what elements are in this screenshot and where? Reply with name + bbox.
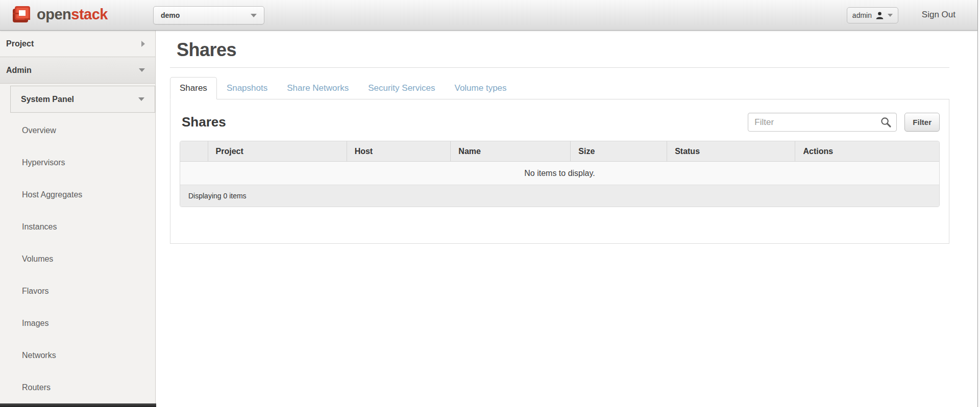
tab-shares[interactable]: Shares xyxy=(170,77,217,99)
sidebar-item-instances[interactable]: Instances xyxy=(0,211,155,243)
column-actions[interactable]: Actions xyxy=(795,141,939,162)
sidebar-item-images[interactable]: Images xyxy=(0,307,155,339)
sidebar-item-overview[interactable]: Overview xyxy=(0,114,155,146)
column-status[interactable]: Status xyxy=(667,141,795,162)
scrollbar-track[interactable] xyxy=(977,0,980,407)
chevron-down-icon xyxy=(138,97,144,101)
sidebar-item-flavors[interactable]: Flavors xyxy=(0,275,155,307)
shares-table-wrapper: Project Host Name Size Status Actions No… xyxy=(180,141,940,207)
table-footer-text: Displaying 0 items xyxy=(180,185,939,207)
filter-button[interactable]: Filter xyxy=(904,113,940,132)
sidebar: Project Admin System Panel Overview Hype… xyxy=(0,31,156,407)
column-name[interactable]: Name xyxy=(450,141,570,162)
system-panel-label: System Panel xyxy=(21,95,138,104)
title-divider xyxy=(170,67,949,68)
tab-snapshots[interactable]: Snapshots xyxy=(217,77,277,99)
shares-panel: Shares Filter xyxy=(170,99,949,244)
user-menu-button[interactable]: admin xyxy=(847,7,898,23)
bottom-edge-strip xyxy=(0,403,156,407)
sidebar-section-label: Project xyxy=(6,39,141,48)
empty-row: No items to display. xyxy=(180,162,939,185)
chevron-down-icon xyxy=(251,14,257,17)
openstack-cube-icon xyxy=(11,4,32,24)
column-size[interactable]: Size xyxy=(570,141,667,162)
shares-table: Project Host Name Size Status Actions No… xyxy=(180,141,939,207)
column-project[interactable]: Project xyxy=(208,141,347,162)
sidebar-item-hypervisors[interactable]: Hypervisors xyxy=(0,146,155,179)
sidebar-item-host-aggregates[interactable]: Host Aggregates xyxy=(0,179,155,211)
page-title: Shares xyxy=(177,39,949,61)
user-icon xyxy=(875,11,884,20)
sidebar-section-project[interactable]: Project xyxy=(0,31,155,57)
filter-input[interactable] xyxy=(748,113,897,132)
openstack-logo[interactable]: openstack xyxy=(11,4,108,24)
tab-bar: Shares Snapshots Share Networks Security… xyxy=(170,77,949,99)
sidebar-nav: Overview Hypervisors Host Aggregates Ins… xyxy=(0,114,155,403)
brand-text: openstack xyxy=(37,4,108,24)
tab-volume-types[interactable]: Volume types xyxy=(445,77,516,99)
sign-out-link[interactable]: Sign Out xyxy=(922,10,955,20)
table-footer-row: Displaying 0 items xyxy=(180,185,939,207)
search-icon xyxy=(880,116,892,128)
sidebar-section-label: Admin xyxy=(6,66,139,75)
tab-share-networks[interactable]: Share Networks xyxy=(277,77,358,99)
column-select-all xyxy=(180,141,208,162)
chevron-down-icon xyxy=(139,68,145,72)
panel-title: Shares xyxy=(182,114,226,130)
table-header-row: Project Host Name Size Status Actions xyxy=(180,141,939,162)
top-bar: openstack demo admin Sign Out xyxy=(0,0,980,31)
filter-area: Filter xyxy=(748,113,940,132)
chevron-down-icon xyxy=(888,14,893,17)
tab-security-services[interactable]: Security Services xyxy=(358,77,445,99)
project-switcher-value: demo xyxy=(161,11,251,19)
sidebar-section-admin[interactable]: Admin xyxy=(0,57,155,84)
filter-input-wrapper xyxy=(748,113,897,132)
column-host[interactable]: Host xyxy=(347,141,451,162)
sidebar-item-routers[interactable]: Routers xyxy=(0,371,155,403)
sidebar-item-networks[interactable]: Networks xyxy=(0,339,155,371)
main-content: Shares Shares Snapshots Share Networks S… xyxy=(156,31,965,407)
sidebar-item-volumes[interactable]: Volumes xyxy=(0,243,155,275)
openstack-dashboard: openstack demo admin Sign Out Project Ad… xyxy=(0,0,980,407)
project-switcher-dropdown[interactable]: demo xyxy=(153,6,264,24)
panel-header: Shares Filter xyxy=(180,113,940,132)
brand-open: open xyxy=(37,6,71,22)
system-panel-dropdown[interactable]: System Panel xyxy=(10,86,155,113)
brand-stack: stack xyxy=(71,6,108,22)
empty-message: No items to display. xyxy=(180,162,939,185)
chevron-right-icon xyxy=(141,41,145,47)
user-menu-label: admin xyxy=(852,11,872,19)
